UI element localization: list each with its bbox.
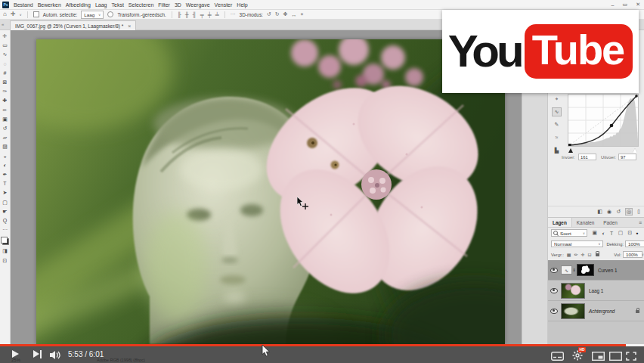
menu-filter[interactable]: Filter [158,2,170,8]
filter-adjustment-icon[interactable]: ◐ [602,231,605,236]
lock-position-icon[interactable]: ✛ [581,252,584,257]
clone-stamp-tool[interactable]: ▣ [1,115,10,124]
collapse-panel-icon[interactable]: « [2,22,4,26]
menu-weergave[interactable]: Weergave [186,2,210,8]
filter-smart-object-icon[interactable]: ⊡ [628,230,633,236]
frame-tool[interactable]: ⊠ [1,78,10,87]
layer-visibility-icon[interactable] [550,309,558,314]
3d-slide-icon[interactable]: ↔ [291,12,296,17]
lasso-tool[interactable]: ∿ [1,50,10,59]
home-icon[interactable]: ⌂ [3,11,7,18]
filter-type-icon[interactable]: T [610,231,613,236]
hand-tool[interactable]: ☛ [1,207,10,216]
move-tool[interactable]: ✛ [1,32,10,41]
menu-selecteren[interactable]: Selecteren [128,2,153,8]
transform-controls-checkbox[interactable] [107,11,113,17]
marquee-tool[interactable]: ▭ [1,41,10,50]
delete-icon[interactable]: ▯ [637,209,640,215]
align-center-v-icon[interactable]: ╪ [208,12,212,17]
menu-tekst[interactable]: Tekst [112,2,124,8]
quick-selection-tool[interactable]: ◌ [1,60,10,69]
volume-button[interactable] [50,349,62,363]
lock-all-icon[interactable] [596,253,599,256]
tab-kanalen[interactable]: Kanalen [572,218,599,227]
theater-mode-button[interactable] [609,350,622,363]
layer-row-achtergrond[interactable]: Achtergrond [548,301,644,321]
pen-tool[interactable]: ✒ [1,170,10,179]
screen-mode-icon[interactable]: ⊡ [1,256,10,265]
panel-menu-icon[interactable]: ≡ [639,218,644,227]
3d-orbit-icon[interactable]: ↺ [267,11,271,17]
vul-dropdown[interactable]: 100% ∨ [623,251,642,258]
auto-levels-icon[interactable]: ▙ [552,146,562,155]
tab-lagen[interactable]: Lagen [548,218,572,227]
menu-help[interactable]: Help [237,2,247,8]
shape-tool[interactable]: ▢ [1,198,10,207]
menu-3d[interactable]: 3D [175,2,181,8]
3d-roll-icon[interactable]: ↻ [275,11,280,17]
lock-transparency-icon[interactable]: ▦ [567,252,571,257]
invoer-field[interactable]: 161 [578,154,596,160]
align-top-icon[interactable]: ╤ [200,12,204,17]
brush-tool[interactable]: ✏ [1,106,10,115]
filter-toggle-icon[interactable]: ● [636,231,638,235]
dekking-dropdown[interactable]: 100% ∨ [625,240,644,247]
color-swatches[interactable] [1,237,9,245]
menu-afbeelding[interactable]: Afbeelding [66,2,91,8]
mask-link-icon[interactable]: ∞ [572,268,577,271]
eraser-tool[interactable]: ▱ [1,133,10,142]
pencil-curve-icon[interactable]: ✎ [552,120,562,129]
history-brush-tool[interactable]: ↺ [1,124,10,133]
layer-mask-thumbnail[interactable] [577,264,594,276]
subtitles-button[interactable] [551,350,564,363]
menu-laag[interactable]: Laag [95,2,107,8]
curves-graph[interactable] [568,94,639,147]
3d-pan-icon[interactable]: ✥ [283,11,288,17]
eyedropper-tool[interactable]: ✑ [1,87,10,96]
targeted-adjustment-icon[interactable]: ⌖ [552,95,562,104]
layer-row-laag-1[interactable]: Laag 1 [548,281,644,301]
smooth-curve-icon[interactable]: ≈ [552,133,562,142]
quick-mask-icon[interactable]: ◨ [1,247,10,256]
visibility-eye-icon[interactable]: ◎ [625,208,633,216]
tab-paden[interactable]: Paden [599,218,621,227]
zoom-tool[interactable]: Q [1,216,10,225]
miniplayer-button[interactable] [592,350,605,363]
foreground-color-swatch[interactable] [1,237,8,244]
tab-close-icon[interactable]: × [128,23,131,29]
align-left-icon[interactable]: ╟ [178,12,181,17]
menu-bestand[interactable]: Bestand [14,2,33,8]
play-button[interactable] [12,350,19,358]
previous-state-icon[interactable]: ◉ [607,209,611,215]
filter-pixel-icon[interactable]: ▣ [593,230,597,236]
fullscreen-button[interactable] [626,350,636,363]
align-right-icon[interactable]: ╢ [193,12,197,17]
type-tool[interactable]: T [1,179,10,188]
white-point-slider[interactable] [633,148,637,153]
dodge-tool[interactable]: ◐ [1,161,10,170]
lock-pixels-icon[interactable]: ✏ [574,252,577,257]
minimize-icon[interactable]: – [611,2,615,8]
active-tool-icon[interactable]: ✛ [11,11,16,18]
document-tab[interactable]: IMG_0067.jpg @ 25% (Curven 1, Laagmasker… [10,20,136,31]
adjustment-layer-thumbnail[interactable]: ∿ [561,265,572,275]
uitvoer-field[interactable]: 97 [618,154,636,160]
crop-tool[interactable]: # [1,69,10,78]
settings-button[interactable]: HD [572,350,583,363]
clip-adjustment-icon[interactable]: ◧ [597,209,602,215]
gradient-tool[interactable]: ▨ [1,142,10,151]
canvas-image[interactable] [36,39,505,344]
layer-row-curven-1[interactable]: ∿ ∞ Curven 1 [548,260,644,281]
layer-visibility-icon[interactable] [550,268,558,273]
path-selection-tool[interactable]: ➤ [1,188,10,197]
maximize-icon[interactable]: ▭ [623,2,628,8]
layer-visibility-icon[interactable] [550,288,558,293]
layer-filter-dropdown[interactable]: Soort ∨ [551,229,587,237]
align-center-h-icon[interactable]: ╫ [185,12,189,17]
auto-select-dropdown[interactable]: Laag ∨ [81,11,104,19]
lock-artboard-icon[interactable]: ⊡ [588,252,592,257]
blur-tool[interactable]: ◒ [1,152,10,161]
point-curve-icon[interactable]: ∿ [552,107,562,116]
filter-shape-icon[interactable]: ▢ [618,230,623,236]
auto-select-checkbox[interactable] [33,11,39,17]
